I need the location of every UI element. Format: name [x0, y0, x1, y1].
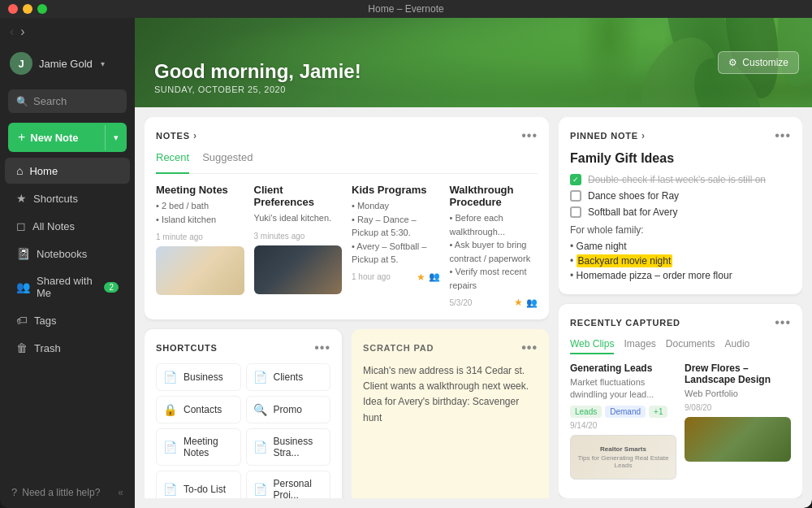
shared-icon: 👥: [429, 271, 440, 282]
note-time: 3 minutes ago: [254, 232, 343, 241]
checkbox-unchecked[interactable]: [570, 190, 581, 202]
minimize-button[interactable]: [23, 4, 32, 14]
help-footer[interactable]: ? Need a little help? «: [0, 476, 135, 508]
note-time: 5/3/20: [450, 298, 473, 307]
recently-captured-more-button[interactable]: •••: [775, 315, 791, 330]
plus-icon: +: [18, 130, 25, 145]
tab-audio[interactable]: Audio: [725, 338, 750, 354]
trash-icon: 🗑: [16, 341, 28, 354]
forward-arrow[interactable]: ›: [20, 24, 24, 39]
captured-item-leads[interactable]: Generating Leads Market fluctuations dwi…: [570, 363, 676, 480]
hero-banner: Good morning, Jamie! SUNDAY, OCTOBER 25,…: [135, 18, 812, 107]
shortcut-business[interactable]: 📄 Business: [156, 363, 241, 391]
note-time: 1 hour ago: [352, 272, 391, 281]
pinned-more-button[interactable]: •••: [775, 128, 791, 143]
document-icon: 📄: [163, 441, 177, 454]
sidebar-item-notebooks[interactable]: 📓 Notebooks: [5, 241, 130, 267]
document-icon: 📄: [253, 483, 267, 496]
new-note-main[interactable]: + New Note: [8, 123, 105, 152]
chevron-down-icon: ▾: [101, 59, 105, 68]
sidebar-item-home[interactable]: ⌂ Home: [5, 158, 130, 184]
document-icon: 📄: [253, 441, 267, 454]
shortcut-promo[interactable]: 🔍 Promo: [246, 396, 331, 423]
new-note-dropdown[interactable]: ▾: [105, 125, 127, 150]
shortcut-label: Personal Proj...: [274, 478, 324, 498]
note-title: Walkthrough Procedure: [450, 184, 538, 208]
tab-webclips[interactable]: Web Clips: [570, 338, 614, 354]
note-bullet: Avery – Softball – Pickup at 5.: [352, 240, 440, 267]
checklist-text: Softball bat for Avery: [588, 206, 678, 218]
note-footer: 1 hour ago ★ 👥: [352, 271, 440, 283]
checkbox-unchecked[interactable]: [570, 206, 581, 218]
new-note-button[interactable]: + New Note ▾: [8, 123, 127, 152]
avatar: J: [10, 52, 32, 75]
shortcuts-header: SHORTCUTS •••: [156, 341, 330, 355]
sidebar-item-shared[interactable]: 👥 Shared with Me 2: [5, 268, 130, 306]
captured-title: Generating Leads: [570, 363, 676, 374]
close-button[interactable]: [8, 4, 18, 14]
notes-more-button[interactable]: •••: [521, 128, 538, 143]
shortcut-label: Contacts: [184, 404, 222, 415]
note-item-kids-programs[interactable]: Kids Programs Monday Ray – Dance – Picku…: [352, 184, 440, 308]
user-profile[interactable]: J Jamie Gold ▾: [0, 42, 135, 85]
checklist-text: Dance shoes for Ray: [588, 190, 679, 202]
shortcut-personal[interactable]: 📄 Personal Proj...: [246, 471, 331, 498]
shortcut-business-stra[interactable]: 📄 Business Stra...: [246, 428, 331, 466]
shortcut-clients[interactable]: 📄 Clients: [246, 363, 331, 391]
search-icon: 🔍: [253, 403, 267, 416]
checklist-item-0: ✓ Double-check if last week's sale is st…: [570, 174, 791, 185]
bullet-item-gamenight: Game night: [570, 239, 791, 254]
search-bar[interactable]: 🔍 Search: [8, 89, 127, 113]
star-icon: ★: [514, 297, 523, 308]
customize-icon: ⚙: [728, 57, 737, 68]
shared-badge: 2: [104, 282, 119, 293]
captured-thumbnail: [685, 417, 791, 462]
pinned-note-name: Family Gift Ideas: [570, 151, 791, 166]
pinned-note-header: PINNED NOTE › •••: [570, 128, 791, 143]
tab-images[interactable]: Images: [624, 338, 655, 354]
note-item-client-prefs[interactable]: Client Preferences Yuki's ideal kitchen.…: [254, 184, 343, 308]
collapse-icon[interactable]: «: [118, 487, 123, 498]
sidebar-item-allnotes[interactable]: ◻ All Notes: [5, 213, 130, 239]
note-bullet: Ask buyer to bring contract / paperwork: [450, 238, 538, 265]
note-item-walkthrough[interactable]: Walkthrough Procedure Before each walkth…: [450, 184, 538, 308]
sidebar-item-trash[interactable]: 🗑 Trash: [5, 335, 130, 361]
note-thumbnail: [254, 245, 343, 294]
shortcut-todo[interactable]: 📄 To-do List: [156, 471, 241, 498]
notes-card: NOTES › ••• Recent Suggested Meeting Not…: [145, 117, 549, 319]
sidebar-item-tags[interactable]: 🏷 Tags: [5, 307, 130, 333]
scratch-pad-title-text: SCRATCH PAD: [363, 343, 434, 353]
maximize-button[interactable]: [37, 4, 47, 14]
scratch-pad-text[interactable]: Micah's new address is 314 Cedar st. Cli…: [363, 363, 538, 426]
note-body: Before each walkthrough... Ask buyer to …: [450, 211, 538, 292]
recently-captured-title: RECENTLY CAPTURED: [570, 318, 680, 328]
sidebar-item-shortcuts[interactable]: ★ Shortcuts: [5, 185, 130, 211]
tab-recent[interactable]: Recent: [156, 151, 189, 174]
scratch-pad-more-button[interactable]: •••: [521, 341, 538, 355]
sidebar-item-label: Shortcuts: [33, 193, 78, 205]
note-bullet: Ray – Dance – Pickup at 5:30.: [352, 213, 440, 240]
tab-documents[interactable]: Documents: [666, 338, 715, 354]
document-icon: 📄: [163, 371, 177, 384]
note-time: 1 minute ago: [156, 232, 244, 241]
back-arrow[interactable]: ‹: [10, 24, 14, 39]
captured-item-drew[interactable]: Drew Flores – Landscape Design Web Portf…: [685, 363, 791, 480]
note-bullet: 2 bed / bath: [156, 199, 244, 213]
note-item-meeting-notes[interactable]: Meeting Notes 2 bed / bath Island kitche…: [156, 184, 244, 308]
search-icon: 🔍: [16, 96, 28, 107]
tag-leads[interactable]: Leads: [570, 406, 602, 418]
checkbox-checked[interactable]: ✓: [570, 174, 581, 185]
note-meta: ★ 👥: [417, 271, 440, 283]
shortcut-meeting-notes[interactable]: 📄 Meeting Notes: [156, 428, 241, 466]
shared-icon: 👥: [16, 280, 30, 293]
shortcut-label: Business: [184, 371, 223, 383]
shortcuts-more-button[interactable]: •••: [314, 341, 330, 355]
tag-demand[interactable]: Demand: [605, 406, 646, 418]
content-grid: NOTES › ••• Recent Suggested Meeting Not…: [135, 107, 812, 508]
customize-button[interactable]: ⚙ Customize: [718, 51, 799, 74]
note-bullet: Before each walkthrough...: [450, 211, 538, 238]
shortcut-contacts[interactable]: 🔒 Contacts: [156, 396, 241, 423]
tag-more[interactable]: +1: [649, 406, 667, 418]
tags-icon: 🏷: [16, 314, 28, 327]
tab-suggested[interactable]: Suggested: [202, 151, 253, 167]
